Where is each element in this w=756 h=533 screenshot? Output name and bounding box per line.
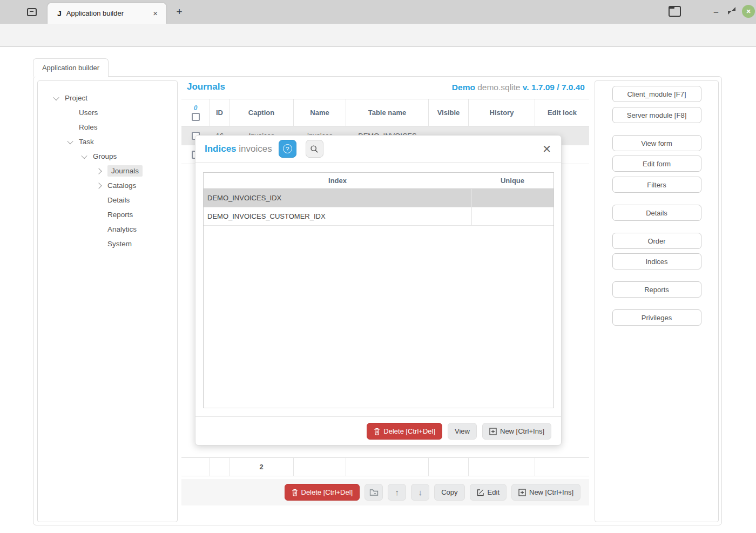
app-name: Demo (452, 83, 475, 92)
view-form-button[interactable]: View form (612, 135, 701, 151)
window-close-button[interactable]: ✕ (742, 5, 755, 18)
chevron-down-icon[interactable] (81, 152, 87, 158)
new-label: New [Ctrl+Ins] (500, 427, 544, 435)
indices-modal: Indices invoices ? ✕ Index Unique DEMO_I… (195, 135, 562, 446)
view-button[interactable]: View (448, 423, 477, 440)
new-label: New [Ctrl+Ins] (529, 488, 573, 496)
delete-button[interactable]: Delete [Ctrl+Del] (367, 423, 442, 440)
tree-item-reports[interactable]: Reports (38, 207, 177, 222)
column-header-edit-lock: Edit lock (535, 99, 589, 126)
tree-label-selected[interactable]: Journals (107, 165, 143, 177)
chevron-right-icon[interactable] (96, 183, 102, 188)
chevron-right-icon[interactable] (96, 168, 102, 174)
chevron-down-icon[interactable] (67, 138, 73, 144)
filters-button[interactable]: Filters (612, 177, 701, 193)
arrow-down-icon: ↓ (418, 488, 422, 497)
client-module-button[interactable]: Client_module [F7] (612, 86, 701, 102)
move-down-button[interactable]: ↓ (411, 484, 429, 501)
column-header-table-name: Table name (346, 99, 429, 126)
edit-form-button[interactable]: Edit form (612, 156, 701, 172)
window-icon[interactable] (669, 6, 681, 17)
search-button[interactable] (306, 140, 323, 158)
tree-item-groups[interactable]: Groups (38, 149, 177, 164)
cell-unique (471, 189, 554, 207)
restore-button[interactable] (728, 7, 735, 15)
app-page-tab[interactable]: Application builder (33, 58, 109, 77)
new-tab-button[interactable]: + (172, 4, 187, 19)
server-module-button[interactable]: Server module [F8] (612, 107, 701, 123)
tree-label[interactable]: Catalogs (107, 181, 136, 190)
new-button[interactable]: New [Ctrl+Ins] (511, 484, 580, 501)
cell-unique (471, 207, 554, 226)
folder-icon (369, 489, 379, 496)
move-to-group-button[interactable] (364, 484, 383, 501)
tree-item-users[interactable]: Users (38, 105, 177, 120)
tree-label[interactable]: Groups (93, 152, 117, 160)
tree-item-project[interactable]: Project (38, 91, 177, 105)
column-header-history: History (469, 99, 535, 126)
delete-label: Delete [Ctrl+Del] (383, 427, 435, 435)
plus-square-icon (518, 489, 526, 496)
tree-item-details[interactable]: Details (38, 193, 177, 207)
minimize-button[interactable]: – (710, 3, 723, 19)
firefox-view-button[interactable] (24, 4, 40, 19)
edit-label: Edit (488, 488, 500, 496)
tree-label[interactable]: Analytics (107, 225, 137, 233)
tree-item-journals[interactable]: Journals (38, 164, 177, 178)
tree-label[interactable]: Users (79, 109, 98, 117)
close-icon[interactable]: ✕ (542, 143, 551, 156)
app-version: Demo demo.sqlite v. 1.7.09 / 7.0.40 (452, 83, 585, 92)
reports-button[interactable]: Reports (612, 281, 701, 298)
version-number: v. 1.7.09 / 7.0.40 (523, 83, 585, 92)
firefox-view-icon (27, 8, 37, 16)
grid-toolbar: Delete [Ctrl+Del] ↑ ↓ Copy (181, 479, 589, 505)
chevron-down-icon[interactable] (53, 94, 59, 100)
browser-tab[interactable]: J Application builder × (48, 3, 166, 24)
grid-header-row: 0 ID Caption Name Table name Visible His… (181, 99, 589, 126)
db-file: demo.sqlite (477, 83, 520, 92)
column-header-index: Index (204, 173, 471, 188)
delete-button[interactable]: Delete [Ctrl+Del] (285, 484, 360, 501)
copy-button[interactable]: Copy (434, 484, 464, 501)
tab-favicon: J (57, 9, 62, 18)
project-tree-panel: Project Users Roles Task Groups Journals (37, 80, 178, 522)
indices-button[interactable]: Indices (612, 253, 701, 269)
select-all-cell: 0 (181, 99, 210, 126)
select-all-checkbox[interactable] (192, 113, 200, 121)
tree-item-roles[interactable]: Roles (38, 120, 177, 134)
new-button[interactable]: New [Ctrl+Ins] (482, 423, 551, 440)
privileges-button[interactable]: Privileges (612, 309, 701, 326)
tree-label[interactable]: Details (107, 196, 130, 204)
details-button[interactable]: Details (612, 205, 701, 221)
arrow-up-icon: ↑ (395, 488, 399, 497)
column-header-id: ID (210, 99, 230, 126)
column-header-caption: Caption (230, 99, 294, 126)
move-up-button[interactable]: ↑ (388, 484, 406, 501)
modal-header: Indices invoices ? ✕ (195, 136, 561, 163)
tree-label[interactable]: System (107, 240, 132, 248)
column-header-name: Name (294, 99, 346, 126)
tree-label[interactable]: Project (65, 94, 87, 102)
edit-button[interactable]: Edit (470, 484, 507, 501)
order-button[interactable]: Order (612, 233, 701, 249)
actions-panel: Client_module [F7] Server module [F8] Vi… (595, 80, 719, 522)
indices-table-header: Index Unique (204, 173, 554, 189)
indices-table: Index Unique DEMO_INVOICES_IDX DEMO_INVO… (203, 172, 554, 408)
browser-tab-bar: J Application builder × + – ✕ (0, 0, 756, 24)
tree-label[interactable]: Reports (107, 211, 133, 219)
delete-label: Delete [Ctrl+Del] (301, 488, 353, 496)
edit-icon (477, 489, 484, 496)
tree-item-system[interactable]: System (38, 237, 177, 251)
table-row[interactable]: DEMO_INVOICES_CUSTOMER_IDX (204, 207, 554, 226)
tab-close-icon[interactable]: × (150, 8, 161, 19)
tree-item-catalogs[interactable]: Catalogs (38, 178, 177, 193)
table-row[interactable]: DEMO_INVOICES_IDX (204, 189, 554, 207)
column-header-unique: Unique (471, 173, 554, 188)
tree-item-analytics[interactable]: Analytics (38, 222, 177, 237)
tree-label[interactable]: Task (79, 138, 94, 146)
modal-title: Indices invoices (205, 144, 272, 154)
tree-label[interactable]: Roles (79, 123, 98, 131)
plus-square-icon (489, 428, 497, 435)
tree-item-task[interactable]: Task (38, 134, 177, 149)
help-button[interactable]: ? (279, 140, 296, 158)
